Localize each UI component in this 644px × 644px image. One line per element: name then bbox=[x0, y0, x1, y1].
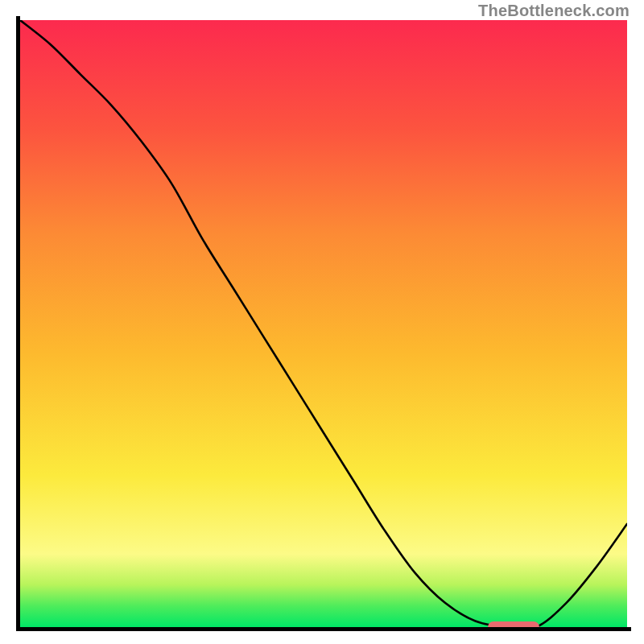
curve-layer bbox=[20, 20, 627, 627]
plateau-marker bbox=[488, 621, 539, 627]
chart-frame: TheBottleneck.com bbox=[0, 0, 644, 644]
bottleneck-curve bbox=[20, 20, 627, 627]
x-axis bbox=[16, 627, 631, 631]
y-axis bbox=[16, 16, 20, 631]
plot-area bbox=[20, 20, 627, 627]
watermark-text: TheBottleneck.com bbox=[478, 2, 630, 20]
